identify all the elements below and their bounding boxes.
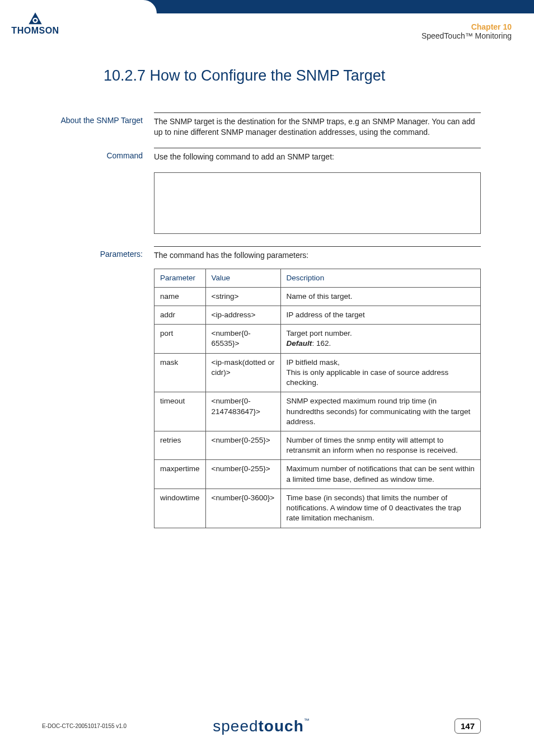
cell-desc: Name of this target. [280,287,480,306]
parameters-table: Parameter Value Description name <string… [154,269,481,528]
cell-param: timeout [154,392,206,431]
th-parameter: Parameter [154,269,206,287]
cell-desc: Target port number.Default: 162. [280,325,480,353]
chapter-sub: SpeedTouch™ Monitoring [421,31,512,40]
section-label-parameters: Parameters: [42,246,154,259]
cell-desc: IP address of the target [280,306,480,325]
section-body-about: The SNMP target is the destination for t… [154,112,481,138]
section-parameters: Parameters: The command has the followin… [42,246,481,528]
table-row: mask <ip-mask(dotted or cidr)> IP bitfie… [154,353,481,392]
th-description: Description [280,269,480,287]
page-title: 10.2.7 How to Configure the SNMP Target [42,67,481,84]
brand-bold: touch [259,717,304,735]
cell-value: <ip-address> [205,306,280,325]
page-content: 10.2.7 How to Configure the SNMP Target … [42,67,481,538]
section-label-about: About the SNMP Target [42,112,154,125]
section-command: Command Use the following command to add… [42,148,481,162]
cell-value: <number{0-3600}> [205,489,280,528]
chapter-label: Chapter 10 [421,22,512,31]
header-bar [0,0,534,13]
cell-value: <number{0-255}> [205,460,280,489]
thomson-logo: THOMSON [10,11,60,36]
table-header-row: Parameter Value Description [154,269,481,287]
parameters-intro: The command has the following parameters… [154,251,308,260]
cell-param: maxpertime [154,460,206,489]
section-body-command: Use the following command to add an SNMP… [154,148,481,162]
cell-value: <number{0-2147483647}> [205,392,280,431]
doc-id: E-DOC-CTC-20051017-0155 v1.0 [42,723,127,729]
cell-param: port [154,325,206,353]
table-row: addr <ip-address> IP address of the targ… [154,306,481,325]
cell-param: name [154,287,206,306]
cell-param: retries [154,431,206,459]
header-right: Chapter 10 SpeedTouch™ Monitoring [421,22,512,40]
section-label-command: Command [42,148,154,160]
code-box [154,172,481,234]
brand-light: speed [213,717,258,735]
thomson-logo-text: THOMSON [10,26,60,36]
table-row: windowtime <number{0-3600}> Time base (i… [154,489,481,528]
cell-desc: Number of times the snmp entity will att… [280,431,480,459]
thomson-logo-icon [10,11,60,27]
th-value: Value [205,269,280,287]
cell-value: <ip-mask(dotted or cidr)> [205,353,280,392]
cell-desc: IP bitfield mask, This is only applicabl… [280,353,480,392]
cell-param: windowtime [154,489,206,528]
cell-desc: SNMP expected maximum round trip time (i… [280,392,480,431]
section-body-parameters: The command has the following parameters… [154,246,481,528]
brand-tm: ™ [304,717,310,724]
page-number: 147 [455,719,481,734]
table-row: maxpertime <number{0-255}> Maximum numbe… [154,460,481,489]
cell-param: mask [154,353,206,392]
section-about: About the SNMP Target The SNMP target is… [42,112,481,138]
page-footer: E-DOC-CTC-20051017-0155 v1.0 speedtouch™… [42,719,481,734]
cell-desc: Maximum number of notifications that can… [280,460,480,489]
table-row: name <string> Name of this target. [154,287,481,306]
svg-point-2 [34,19,37,22]
cell-value: <string> [205,287,280,306]
brand-logo: speedtouch™ [213,717,310,735]
cell-value: <number{0-255}> [205,431,280,459]
table-row: timeout <number{0-2147483647}> SNMP expe… [154,392,481,431]
table-row: retries <number{0-255}> Number of times … [154,431,481,459]
cell-value: <number{0-65535}> [205,325,280,353]
cell-param: addr [154,306,206,325]
cell-desc: Time base (in seconds) that limits the n… [280,489,480,528]
table-row: port <number{0-65535}> Target port numbe… [154,325,481,353]
